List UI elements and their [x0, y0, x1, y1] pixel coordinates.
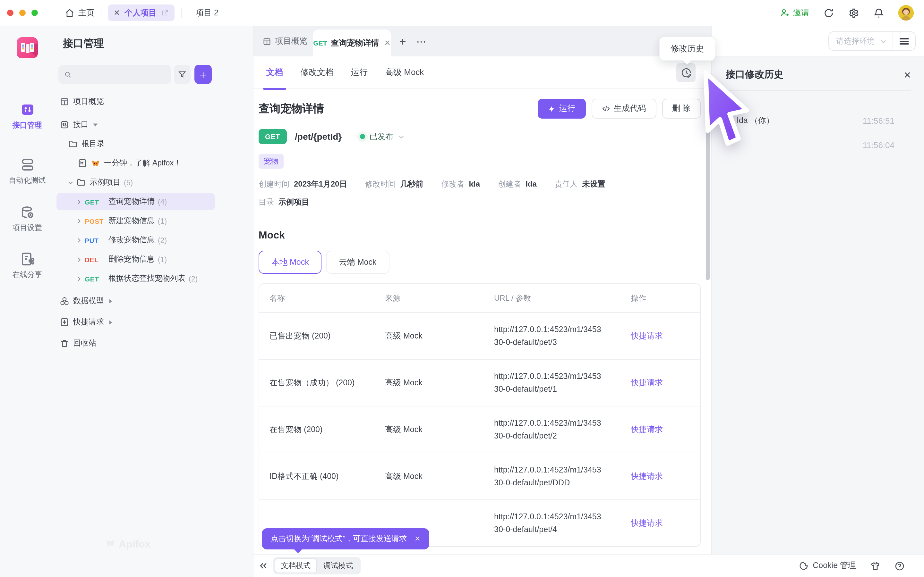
help-icon[interactable]	[895, 561, 905, 571]
tshirt-icon[interactable]	[870, 561, 880, 571]
menu-button[interactable]	[893, 37, 915, 45]
subtab-edit-doc[interactable]: 修改文档	[300, 56, 334, 89]
close-tooltip-icon[interactable]: ✕	[415, 535, 420, 543]
chevron-down-icon	[880, 37, 887, 45]
tree-item-project-overview[interactable]: 项目概览	[55, 93, 253, 110]
tab-project-2[interactable]: 项目 2	[196, 7, 218, 18]
close-panel-icon[interactable]: ✕	[904, 69, 911, 80]
more-tabs-button[interactable]: ⋯	[417, 35, 427, 47]
close-window-button[interactable]	[7, 10, 13, 16]
tree-section-data-models[interactable]: 数据模型	[55, 292, 253, 309]
main-area: 项目概览 GET 查询宠物详情 ✕ ＋ ⋯ 文档 修改文档 运行 高级 Mock…	[254, 26, 711, 554]
code-icon	[602, 105, 610, 113]
cookie-icon	[798, 561, 808, 571]
api-management-icon	[19, 102, 35, 117]
cloud-mock-tab[interactable]: 云端 Mock	[326, 251, 389, 274]
quick-request-link[interactable]: 快捷请求	[631, 471, 690, 482]
tag-pet[interactable]: 宠物	[258, 154, 284, 169]
tree-api-get-pet-detail[interactable]: GET 查询宠物详情 (4)	[57, 193, 215, 210]
project-settings-icon	[19, 205, 35, 220]
tab-get-pet-detail[interactable]: GET 查询宠物详情 ✕	[313, 29, 391, 56]
rail-item-online-share[interactable]: 在线分享	[0, 251, 55, 279]
search-icon	[64, 70, 71, 79]
cookie-manager-button[interactable]: Cookie 管理	[798, 560, 856, 571]
api-tree-panel: 接口管理 ＋ 项目概览 接口 根目录 一分钟，了解 Apifox！ 示	[55, 26, 254, 577]
sync-icon[interactable]	[823, 7, 834, 18]
environment-selector[interactable]: 请选择环境	[829, 31, 916, 51]
method-badge: GET	[258, 129, 286, 144]
user-avatar[interactable]	[898, 5, 914, 21]
mock-heading: Mock	[258, 229, 701, 241]
generate-code-button[interactable]: 生成代码	[591, 99, 656, 119]
tree-folder-root[interactable]: 根目录	[55, 135, 253, 153]
search-box[interactable]	[58, 65, 171, 84]
chevron-down-icon	[398, 133, 405, 140]
add-api-button[interactable]: ＋	[194, 65, 212, 84]
subtab-doc[interactable]: 文档	[266, 56, 283, 89]
tab-project-overview[interactable]: 项目概览	[262, 36, 307, 47]
rail-item-auto-testing[interactable]: 自动化测试	[0, 157, 55, 185]
debug-mode-button[interactable]: 调试模式	[317, 558, 359, 573]
mock-row-available-pet: 在售宠物 (200) 高级 Mock http://127.0.0.1:4523…	[259, 406, 700, 453]
rail-item-project-settings[interactable]: 项目设置	[0, 205, 55, 233]
subtab-run[interactable]: 运行	[351, 56, 368, 89]
chevron-right-icon[interactable]	[76, 237, 82, 243]
window-controls[interactable]	[7, 10, 38, 16]
invite-button[interactable]: 邀请	[780, 7, 809, 18]
document-tab-strip: 项目概览 GET 查询宠物详情 ✕ ＋ ⋯	[254, 26, 711, 56]
filter-button[interactable]	[174, 65, 191, 84]
open-in-new-icon[interactable]	[161, 9, 169, 17]
chevron-right-icon[interactable]	[76, 276, 82, 282]
rail-item-api-management[interactable]: 接口管理	[0, 102, 55, 130]
history-button[interactable]	[676, 63, 696, 82]
tab-personal-project[interactable]: ✕ 个人项目	[108, 5, 174, 21]
publish-status[interactable]: 已发布	[360, 131, 405, 142]
tree-section-quick-request[interactable]: 快捷请求	[55, 314, 253, 331]
gear-icon[interactable]	[848, 7, 859, 18]
tree-item-recycle-bin[interactable]: 回收站	[55, 335, 253, 352]
tree-api-get-find-by-status[interactable]: GET 根据状态查找宠物列表 (2)	[55, 270, 253, 287]
caret-right-icon	[108, 319, 113, 325]
chevron-down-icon[interactable]	[67, 179, 74, 185]
local-mock-tab[interactable]: 本地 Mock	[258, 251, 322, 274]
tree-api-del-delete-pet[interactable]: DEL 删除宠物信息 (1)	[55, 251, 253, 268]
avatar-image	[898, 5, 914, 21]
collapse-sidebar-icon[interactable]	[258, 561, 268, 571]
tree-api-put-update-pet[interactable]: PUT 修改宠物信息 (2)	[55, 231, 253, 249]
tree-api-post-create-pet[interactable]: POST 新建宠物信息 (1)	[55, 212, 253, 229]
top-bar: 主页 ✕ 个人项目 项目 2 邀请	[0, 0, 924, 26]
close-tab-icon[interactable]: ✕	[384, 39, 391, 47]
bell-icon[interactable]	[873, 7, 884, 18]
quick-request-link[interactable]: 快捷请求	[631, 424, 690, 435]
mock-row-bad-id: ID格式不正确 (400) 高级 Mock http://127.0.0.1:4…	[259, 453, 700, 500]
run-button[interactable]: 运行	[537, 99, 586, 119]
chevron-right-icon[interactable]	[76, 218, 82, 224]
zoom-window-button[interactable]	[31, 10, 38, 16]
tree-folder-example[interactable]: 示例项目 (5)	[55, 174, 253, 191]
delete-button[interactable]: 删 除	[662, 99, 701, 119]
api-title: 查询宠物详情	[258, 101, 324, 116]
new-tab-button[interactable]: ＋	[397, 34, 408, 49]
quick-request-link[interactable]: 快捷请求	[631, 330, 690, 342]
tree-doc-intro[interactable]: 一分钟，了解 Apifox！	[55, 155, 253, 172]
api-directory-row: 目录示例项目	[258, 197, 701, 208]
chevron-right-icon[interactable]	[76, 256, 82, 263]
folder-icon	[76, 177, 86, 187]
tree-section-apis[interactable]: 接口	[55, 116, 253, 133]
api-tree: 项目概览 接口 根目录 一分钟，了解 Apifox！ 示例项目 (5) GET …	[55, 93, 253, 354]
app-logo[interactable]	[17, 37, 38, 58]
doc-mode-button[interactable]: 文档模式	[275, 558, 317, 573]
subtab-advanced-mock[interactable]: 高级 Mock	[385, 56, 424, 89]
home-button[interactable]: 主页	[65, 7, 94, 18]
quick-request-link[interactable]: 快捷请求	[631, 377, 690, 388]
search-input[interactable]	[75, 70, 166, 79]
quick-request-link[interactable]: 快捷请求	[631, 518, 690, 529]
mouse-cursor	[702, 71, 751, 149]
chevron-right-icon[interactable]	[76, 198, 82, 205]
minimize-window-button[interactable]	[19, 10, 26, 16]
mock-table-header: 名称 来源 URL / 参数 操作	[259, 284, 700, 312]
close-tab-icon[interactable]: ✕	[113, 8, 120, 17]
divider	[181, 8, 182, 18]
folder-icon	[68, 139, 78, 149]
overview-icon	[60, 97, 69, 106]
